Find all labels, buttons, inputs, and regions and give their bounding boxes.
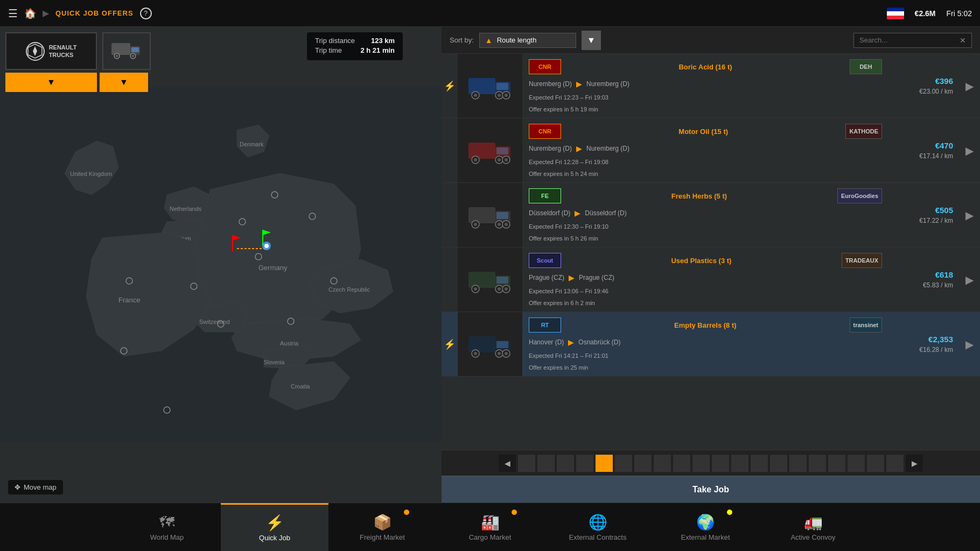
job-card-arrow-icon[interactable]: ▶	[958, 54, 980, 118]
page-button-4[interactable]	[576, 455, 593, 472]
price-per-km: €17.14 / km	[919, 152, 953, 160]
page-button-18[interactable]	[848, 455, 865, 472]
page-button-12[interactable]	[731, 455, 748, 472]
nav-icon-quick-job: ⚡	[265, 514, 284, 532]
sort-select[interactable]: ▲ Route length	[479, 33, 576, 48]
from-city: Nuremberg (D)	[529, 80, 572, 88]
company-logo: CNR	[529, 59, 561, 74]
job-card-arrow-icon[interactable]: ▶	[958, 248, 980, 312]
move-map-button[interactable]: ✥ Move map	[8, 480, 63, 495]
page-button-7[interactable]	[634, 455, 652, 472]
nav-label-world-map: World Map	[150, 533, 184, 541]
map-container[interactable]: United Kingdom Denmark Netherlands Belgi…	[0, 27, 442, 503]
truck-dropdown[interactable]: ▼	[100, 73, 148, 92]
destination-logo: TRADEAUX	[842, 253, 882, 268]
page-button-1[interactable]	[518, 455, 535, 472]
job-expected: Expected Fri 12:28 – Fri 19:08	[529, 159, 882, 165]
nav-label-freight-market: Freight Market	[360, 533, 405, 541]
job-card[interactable]: FE Fresh Herbs (5 t) EuroGoodies Düsseld…	[442, 183, 980, 248]
money-display: €2.6M	[915, 9, 936, 18]
sort-dropdown-button[interactable]: ▼	[582, 31, 601, 50]
job-header: FE Fresh Herbs (5 t) EuroGoodies	[529, 188, 882, 203]
to-city: Nuremberg (D)	[586, 80, 629, 88]
page-button-14[interactable]	[770, 455, 787, 472]
sort-bar: Sort by: ▲ Route length ▼ ✕	[442, 27, 980, 54]
job-card[interactable]: ⚡ CNR Boric Acid (16 t) DEH Nuremberg (D…	[442, 54, 980, 118]
page-button-13[interactable]	[751, 455, 768, 472]
svg-rect-61	[496, 212, 508, 219]
page-button-15[interactable]	[789, 455, 807, 472]
help-button[interactable]: ?	[140, 8, 152, 19]
job-expires: Offer expires in 6 h 2 min	[529, 300, 882, 306]
language-flag[interactable]	[887, 8, 904, 19]
cargo-name: Used Plastics (3 t)	[561, 257, 842, 265]
page-button-20[interactable]	[886, 455, 904, 472]
nav-dot	[512, 510, 517, 515]
nav-item-quick-job[interactable]: ⚡ Quick Job	[221, 503, 328, 552]
job-card[interactable]: ⚡ RT Empty Barrels (8 t) transinet Hanov…	[442, 312, 980, 377]
page-button-16[interactable]	[809, 455, 826, 472]
svg-point-56	[498, 158, 501, 161]
brand-dropdown[interactable]: ▼	[5, 73, 97, 92]
take-job-button[interactable]: Take Job	[442, 476, 980, 503]
page-button-9[interactable]	[673, 455, 690, 472]
home-button[interactable]: 🏠	[24, 8, 36, 19]
svg-text:France: France	[118, 296, 140, 304]
job-card[interactable]: Scout Used Plastics (3 t) TRADEAUX Pragu…	[442, 248, 980, 312]
page-button-17[interactable]	[828, 455, 845, 472]
job-price: €396 €23.00 / km	[888, 54, 958, 118]
right-panel: Sort by: ▲ Route length ▼ ✕ ⚡	[442, 27, 980, 503]
bottom-nav: 🗺 World Map ⚡ Quick Job 📦 Freight Market…	[0, 503, 980, 551]
svg-rect-70	[496, 277, 508, 284]
page-button-5[interactable]	[596, 455, 613, 472]
job-price: €505 €17.22 / km	[888, 183, 958, 247]
to-city: Düsseldorf (D)	[585, 209, 626, 217]
page-button-11[interactable]	[712, 455, 729, 472]
svg-text:Netherlands: Netherlands	[170, 206, 202, 212]
nav-label-external-contracts: External Contracts	[569, 533, 627, 541]
nav-item-external-market[interactable]: 🌍 External Market	[652, 503, 759, 552]
nav-label-quick-job: Quick Job	[259, 534, 290, 542]
job-card-arrow-icon[interactable]: ▶	[958, 312, 980, 376]
svg-rect-79	[496, 341, 508, 348]
time-display: Fri 5:02	[947, 9, 972, 18]
page-button-6[interactable]	[615, 455, 632, 472]
next-page-button[interactable]: ▶	[906, 455, 923, 472]
menu-button[interactable]: ☰	[8, 7, 18, 20]
job-card[interactable]: CNR Motor Oil (15 t) KATHODE Nuremberg (…	[442, 118, 980, 183]
move-map-icon: ✥	[15, 483, 20, 491]
cargo-name: Motor Oil (15 t)	[561, 128, 845, 136]
search-input[interactable]	[859, 36, 955, 44]
job-truck-image	[458, 54, 522, 118]
nav-item-external-contracts[interactable]: 🌐 External Contracts	[544, 503, 652, 552]
page-button-3[interactable]	[557, 455, 574, 472]
to-city: Prague (CZ)	[579, 274, 614, 281]
brand-name: RENAULT TRUCKS	[49, 44, 77, 59]
job-card-arrow-icon[interactable]: ▶	[958, 183, 980, 247]
job-route: Düsseldorf (D) ▶ Düsseldorf (D)	[529, 209, 882, 217]
price-main: €2,353	[928, 335, 953, 344]
map-panel: RENAULT TRUCKS	[0, 27, 442, 503]
nav-item-active-convoy[interactable]: 🚛 Active Convoy	[759, 503, 867, 552]
thunder-icon: ⚡	[442, 54, 458, 118]
search-clear-icon[interactable]: ✕	[960, 36, 966, 45]
svg-rect-68	[468, 272, 495, 288]
nav-item-world-map[interactable]: 🗺 World Map	[113, 503, 221, 552]
page-button-8[interactable]	[654, 455, 671, 472]
nav-item-freight-market[interactable]: 📦 Freight Market	[328, 503, 436, 552]
page-button-19[interactable]	[867, 455, 884, 472]
nav-item-cargo-market[interactable]: 🏭 Cargo Market	[436, 503, 544, 552]
nav-dot	[404, 510, 409, 515]
job-header: RT Empty Barrels (8 t) transinet	[529, 317, 882, 333]
page-button-10[interactable]	[692, 455, 710, 472]
company-logo: FE	[529, 188, 561, 203]
job-card-arrow-icon[interactable]: ▶	[958, 118, 980, 182]
job-price: €2,353 €16.28 / km	[888, 312, 958, 376]
job-route: Nuremberg (D) ▶ Nuremberg (D)	[529, 144, 882, 153]
thunder-placeholder	[442, 118, 458, 182]
price-per-km: €23.00 / km	[919, 88, 953, 95]
page-button-2[interactable]	[537, 455, 555, 472]
brand-box: RENAULT TRUCKS	[5, 32, 97, 70]
job-card-info: CNR Boric Acid (16 t) DEH Nuremberg (D) …	[522, 54, 888, 118]
prev-page-button[interactable]: ◀	[499, 455, 516, 472]
